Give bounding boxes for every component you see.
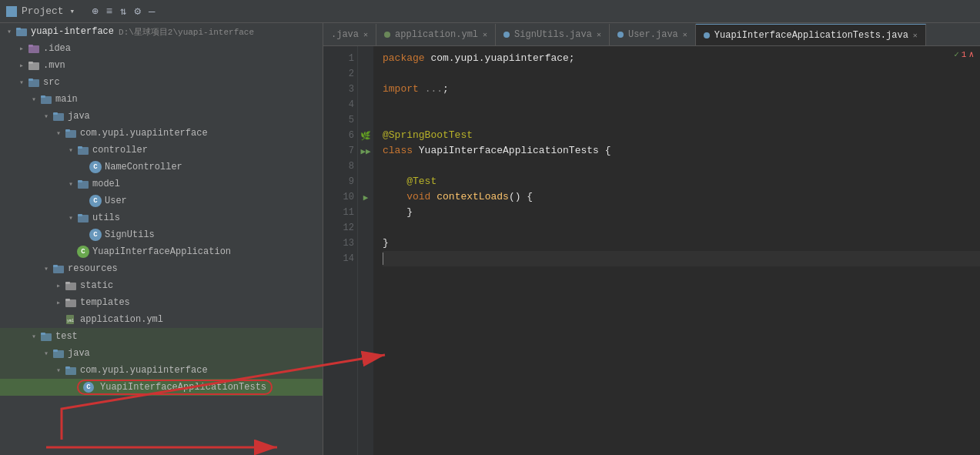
yuapi-tests-label: YuapiInterfaceApplicationTests [100,382,266,393]
idea-label: .idea [43,43,71,54]
navigate-icon[interactable]: ⊕ [92,5,98,18]
code-content[interactable]: package com.yupi.yuapiinterface; import … [373,46,980,455]
svg-rect-25 [65,299,70,301]
root-folder-icon [15,25,28,38]
sort-icon[interactable]: ⇅ [120,5,126,18]
code-line-10: void contextLoads() { [383,189,980,205]
sidebar-item-signutils[interactable]: C SignUtils [0,226,323,243]
tab-user-icon [617,32,624,38]
svg-rect-17 [78,180,82,182]
root-project-item[interactable]: yuapi-interface D:\星球项目2\yuapi-interface [0,23,323,40]
com-yupi-arrow [52,129,65,138]
gutter-6: 🌿 [358,128,373,143]
application-yml-label: application.yml [80,314,163,325]
tab-yml-label: application.yml [395,29,478,40]
code-line-8 [383,159,980,174]
tab-application-yml[interactable]: application.yml ✕ [376,24,496,45]
svg-rect-33 [65,366,70,369]
tab-java-label: .java [331,29,359,40]
static-arrow [52,281,65,290]
sidebar-item-mvn[interactable]: .mvn [0,57,323,74]
tab-yuapi-tests[interactable]: YuapiInterfaceApplicationTests.java ✕ [696,24,926,45]
java-main-folder-icon [52,110,65,122]
gutter-7[interactable]: ▶▶ [358,143,373,159]
sidebar-item-idea[interactable]: .idea [0,40,323,57]
svg-rect-5 [28,62,33,64]
src-folder-icon [28,76,40,89]
model-label: model [92,179,120,189]
sidebar-item-src[interactable]: src [0,74,323,91]
sidebar-item-java-test[interactable]: java [0,345,323,362]
code-line-2 [383,66,980,82]
svg-rect-29 [41,333,45,335]
sidebar-item-com-yupi[interactable]: com.yupi.yuapiinterface [0,125,323,142]
gutter-2 [358,66,373,82]
main-label: main [55,94,78,105]
yuapiapp-icon: C [77,246,89,258]
svg-rect-19 [78,214,82,216]
sidebar-item-yuapi-tests[interactable]: C YuapiInterfaceApplicationTests [0,379,323,396]
tab-user-close[interactable]: ✕ [683,30,687,39]
code-line-11: } [383,205,980,220]
tab-yuapi-tests-close[interactable]: ✕ [913,31,918,40]
model-folder-icon [77,178,89,190]
gutter-13 [358,236,373,251]
sidebar-item-main[interactable]: main [0,91,323,108]
resources-folder-icon [52,263,65,275]
svg-rect-3 [28,45,33,47]
tab-user[interactable]: User.java ✕ [610,24,696,45]
sidebar-item-yuapiapp[interactable]: C YuapiInterfaceApplication [0,243,323,260]
src-arrow [15,78,28,87]
java-main-arrow [40,112,52,121]
com-yupi-test-label: com.yupi.yuapiinterface [80,365,208,376]
sidebar: yuapi-interface D:\星球项目2\yuapi-interface… [0,23,323,455]
tab-signutils[interactable]: SignUtils.java ✕ [496,24,610,45]
root-arrow [3,27,15,36]
gutter-3 [358,82,373,97]
svg-rect-15 [78,146,82,149]
sidebar-item-resources[interactable]: resources [0,260,323,277]
tab-signutils-close[interactable]: ✕ [597,30,601,39]
code-line-14 [383,251,980,266]
settings-icon[interactable]: ⚙ [135,5,141,18]
sidebar-item-user[interactable]: C User [0,192,323,209]
signutils-label: SignUtils [105,229,155,240]
yuapi-tests-icon: C [83,382,94,393]
gutter-10[interactable]: ▶ [358,189,373,205]
structure-icon[interactable]: ≡ [106,5,112,18]
templates-folder-icon [65,296,77,309]
controller-folder-icon [77,144,89,156]
minimize-icon[interactable]: — [149,5,155,18]
gutter-14 [358,251,373,266]
root-label: yuapi-interface [31,26,114,37]
sidebar-item-java-main[interactable]: java [0,108,323,125]
resources-label: resources [68,263,118,274]
tab-java-close[interactable]: ✕ [363,30,368,39]
sidebar-item-controller[interactable]: controller [0,142,323,159]
tab-yml-close[interactable]: ✕ [483,30,487,39]
code-line-6: @SpringBootTest [383,128,980,143]
sidebar-item-application-yml[interactable]: yml application.yml [0,311,323,328]
sidebar-item-namecontroller[interactable]: C NameController [0,159,323,176]
namecontroller-label: NameController [105,162,182,172]
resources-arrow [40,264,52,273]
sidebar-item-templates[interactable]: templates [0,294,323,311]
yaml-file-icon: yml [65,313,77,326]
yuapiapp-label: YuapiInterfaceApplication [92,246,231,257]
yuapi-tests-highlight: C YuapiInterfaceApplicationTests [77,380,273,395]
java-main-label: java [68,111,90,122]
com-yupi-test-arrow [52,366,65,375]
project-dropdown-arrow[interactable]: ▾ [70,6,75,16]
sidebar-item-com-yupi-test[interactable]: com.yupi.yuapiinterface [0,362,323,379]
sidebar-item-static[interactable]: static [0,277,323,294]
tab-signutils-label: SignUtils.java [514,29,592,40]
static-label: static [80,280,113,291]
signutils-icon: C [89,229,102,241]
tab-yml-icon [384,32,390,38]
sidebar-item-utils[interactable]: utils [0,209,323,226]
tab-java[interactable]: .java ✕ [323,24,376,45]
test-folder-icon [40,330,52,343]
sidebar-item-model[interactable]: model [0,176,323,192]
sidebar-item-test[interactable]: test [0,328,323,345]
project-icon [6,6,17,17]
